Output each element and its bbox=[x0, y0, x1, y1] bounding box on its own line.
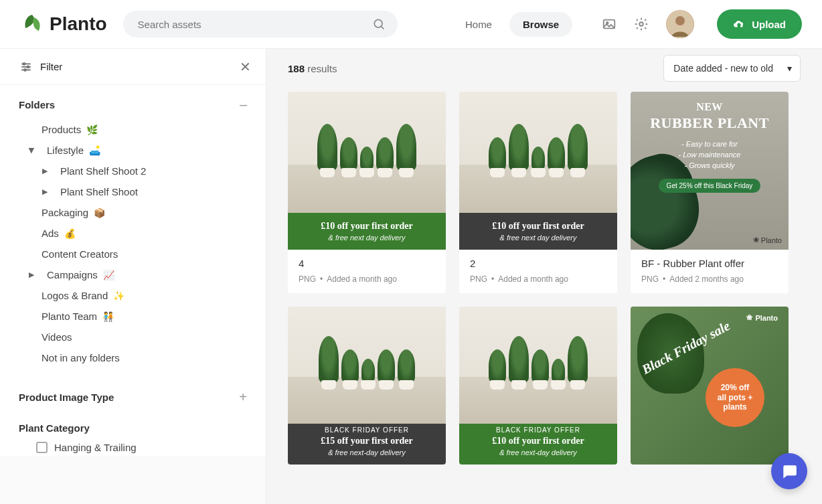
gear-icon[interactable] bbox=[634, 17, 649, 31]
asset-card[interactable]: ❀Planto Black Friday sale 20% off all po… bbox=[631, 307, 789, 465]
asset-card[interactable]: ❀Planto £10 off your first order & free … bbox=[459, 92, 617, 293]
chevron-right-icon: ▶ bbox=[27, 270, 36, 279]
primary-nav: Home Browse bbox=[452, 12, 572, 37]
sparkle-icon: ✨ bbox=[113, 290, 125, 301]
chevron-right-icon: ▶ bbox=[40, 187, 50, 196]
checkbox-icon bbox=[36, 442, 48, 453]
expand-icon: + bbox=[239, 390, 247, 405]
folder-planto-team[interactable]: Planto Team🧑‍🤝‍🧑 bbox=[19, 306, 247, 327]
svg-point-12 bbox=[24, 69, 26, 71]
section-folders-header[interactable]: Folders – bbox=[19, 94, 247, 115]
asset-thumb: ❀Planto BLACK FRIDAY OFFER £15 off your … bbox=[288, 307, 446, 465]
results-toolbar: 188 results Date added - new to old ▾ bbox=[266, 49, 822, 88]
sort-select[interactable]: Date added - new to old ▾ bbox=[663, 55, 801, 82]
filter-icon bbox=[20, 61, 32, 73]
search-icon[interactable] bbox=[372, 17, 386, 31]
asset-thumb: NEW RUBBER PLANT - Easy to care for - Lo… bbox=[631, 92, 789, 250]
asset-card[interactable]: ❀Planto BLACK FRIDAY OFFER £10 off your … bbox=[459, 307, 617, 465]
chevron-down-icon: ▾ bbox=[787, 63, 792, 74]
asset-meta: 2 PNG•Added a month ago bbox=[459, 250, 617, 293]
upload-button[interactable]: Upload bbox=[717, 9, 802, 39]
leaf-icon: ❀ bbox=[746, 313, 752, 322]
promo-banner: BLACK FRIDAY OFFER £10 off your first or… bbox=[459, 424, 617, 465]
folder-plant-shelf-2[interactable]: ▶Plant Shelf Shoot 2 bbox=[19, 161, 247, 181]
collapse-icon: – bbox=[240, 97, 247, 112]
asset-meta: 4 PNG•Added a month ago bbox=[288, 250, 446, 293]
filter-header: Filter ✕ bbox=[0, 49, 266, 85]
header-icons: Upload bbox=[602, 9, 802, 39]
folder-logos-brand[interactable]: Logos & Brand✨ bbox=[19, 285, 247, 306]
asset-thumb: ❀Planto Black Friday sale 20% off all po… bbox=[631, 307, 789, 465]
svg-point-11 bbox=[27, 66, 29, 68]
folder-campaigns[interactable]: ▶Campaigns📈 bbox=[19, 264, 247, 285]
chevron-right-icon: ▶ bbox=[40, 167, 50, 175]
money-icon: 💰 bbox=[64, 228, 76, 239]
folder-content-creators[interactable]: Content Creators bbox=[19, 244, 247, 264]
close-icon[interactable]: ✕ bbox=[240, 59, 251, 75]
user-avatar[interactable] bbox=[666, 10, 694, 38]
folder-plant-shelf[interactable]: ▶Plant Shelf Shoot bbox=[19, 181, 247, 202]
nav-browse[interactable]: Browse bbox=[509, 12, 572, 37]
main-content: 188 results Date added - new to old ▾ ❀P… bbox=[266, 49, 822, 504]
discount-burst: 20% off all pots + plants bbox=[706, 368, 764, 427]
section-product-type: Product Image Type + bbox=[0, 377, 266, 410]
section-folders-title: Folders bbox=[19, 99, 55, 110]
filter-title: Filter bbox=[40, 61, 62, 72]
asset-card[interactable]: NEW RUBBER PLANT - Easy to care for - Lo… bbox=[631, 92, 789, 293]
checkbox-label: Hanging & Trailing bbox=[54, 442, 137, 453]
asset-title: 2 bbox=[470, 258, 606, 269]
section-folders: Folders – Products🌿 ▶Lifestyle🛋️ ▶Plant … bbox=[0, 85, 266, 377]
asset-card[interactable]: ❀Planto £10 off your first order & free … bbox=[288, 92, 446, 293]
promo-banner: £10 off your first order & free next day… bbox=[288, 213, 446, 250]
sort-label: Date added - new to old bbox=[673, 63, 773, 74]
app-header: Planto Home Browse Upload bbox=[0, 0, 822, 49]
chart-icon: 📈 bbox=[103, 270, 114, 280]
section-plant-category: Plant Category Hanging & Trailing bbox=[0, 410, 266, 456]
sofa-icon: 🛋️ bbox=[89, 145, 100, 156]
nav-home[interactable]: Home bbox=[452, 12, 505, 37]
upload-label: Upload bbox=[752, 19, 786, 30]
asset-thumb: ❀Planto £10 off your first order & free … bbox=[288, 92, 446, 250]
section-product-type-header[interactable]: Product Image Type + bbox=[19, 387, 247, 408]
asset-title: BF - Rubber Plant offer bbox=[641, 258, 778, 269]
folder-videos[interactable]: Videos bbox=[19, 327, 247, 347]
folder-packaging[interactable]: Packaging📦 bbox=[19, 202, 247, 223]
brand-name: Planto bbox=[50, 13, 107, 35]
search-input[interactable] bbox=[123, 11, 398, 37]
folder-ads[interactable]: Ads💰 bbox=[19, 223, 247, 244]
chat-fab[interactable] bbox=[771, 453, 807, 489]
svg-point-0 bbox=[374, 19, 382, 27]
section-product-type-title: Product Image Type bbox=[19, 392, 114, 403]
herb-icon: 🌿 bbox=[86, 124, 98, 135]
asset-card[interactable]: ❀Planto BLACK FRIDAY OFFER £15 off your … bbox=[288, 307, 446, 465]
leaf-icon: ❀ bbox=[753, 236, 759, 244]
svg-point-4 bbox=[639, 22, 643, 26]
svg-line-1 bbox=[381, 27, 384, 29]
promo-banner: BLACK FRIDAY OFFER £15 off your first or… bbox=[288, 424, 446, 465]
search-wrap bbox=[123, 11, 398, 37]
brand-logo[interactable]: Planto bbox=[20, 12, 107, 36]
body: Filter ✕ Folders – Products🌿 ▶Lifestyle🛋… bbox=[0, 49, 822, 504]
checkbox-hanging-trailing[interactable]: Hanging & Trailing bbox=[19, 436, 247, 453]
box-icon: 📦 bbox=[94, 207, 105, 218]
filter-sidebar: Filter ✕ Folders – Products🌿 ▶Lifestyle🛋… bbox=[0, 49, 266, 504]
image-icon[interactable] bbox=[602, 17, 616, 31]
folder-tree: Products🌿 ▶Lifestyle🛋️ ▶Plant Shelf Shoo… bbox=[19, 115, 247, 375]
leaf-icon bbox=[20, 12, 44, 36]
results-count: 188 results bbox=[288, 63, 337, 74]
planto-badge: ❀Planto bbox=[742, 312, 782, 323]
asset-grid: ❀Planto £10 off your first order & free … bbox=[266, 88, 822, 481]
folder-products[interactable]: Products🌿 bbox=[19, 119, 247, 140]
asset-thumb: ❀Planto £10 off your first order & free … bbox=[459, 92, 617, 250]
chat-icon bbox=[780, 463, 798, 480]
cloud-upload-icon bbox=[733, 18, 745, 30]
svg-point-10 bbox=[23, 63, 25, 65]
folder-lifestyle[interactable]: ▶Lifestyle🛋️ bbox=[19, 140, 247, 161]
people-icon: 🧑‍🤝‍🧑 bbox=[102, 311, 114, 322]
section-plant-category-header[interactable]: Plant Category bbox=[19, 420, 247, 436]
planto-badge: ❀Planto bbox=[753, 236, 782, 244]
folder-unfiled[interactable]: Not in any folders bbox=[19, 347, 247, 368]
asset-thumb: ❀Planto BLACK FRIDAY OFFER £10 off your … bbox=[459, 307, 617, 465]
section-plant-category-title: Plant Category bbox=[19, 422, 90, 434]
asset-meta: BF - Rubber Plant offer PNG•Added 2 mont… bbox=[631, 250, 789, 293]
